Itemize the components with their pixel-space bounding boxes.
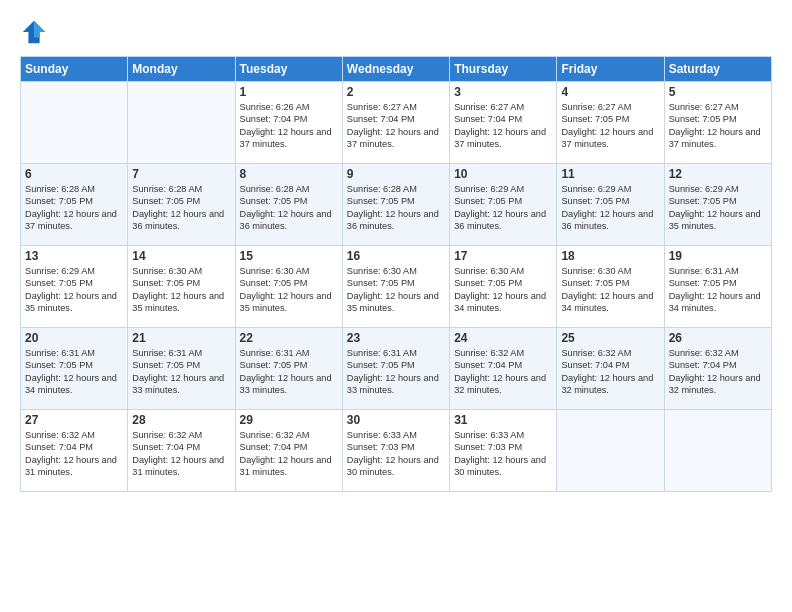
cell-content: Sunrise: 6:31 AM Sunset: 7:05 PM Dayligh…: [132, 347, 230, 397]
logo: [20, 18, 52, 46]
day-number: 19: [669, 249, 767, 263]
calendar-cell: 29Sunrise: 6:32 AM Sunset: 7:04 PM Dayli…: [235, 410, 342, 492]
calendar-cell: 26Sunrise: 6:32 AM Sunset: 7:04 PM Dayli…: [664, 328, 771, 410]
cell-content: Sunrise: 6:30 AM Sunset: 7:05 PM Dayligh…: [561, 265, 659, 315]
cell-content: Sunrise: 6:32 AM Sunset: 7:04 PM Dayligh…: [132, 429, 230, 479]
calendar-cell: 20Sunrise: 6:31 AM Sunset: 7:05 PM Dayli…: [21, 328, 128, 410]
calendar-cell: 16Sunrise: 6:30 AM Sunset: 7:05 PM Dayli…: [342, 246, 449, 328]
logo-icon: [20, 18, 48, 46]
calendar-cell: 19Sunrise: 6:31 AM Sunset: 7:05 PM Dayli…: [664, 246, 771, 328]
calendar-week-row: 13Sunrise: 6:29 AM Sunset: 7:05 PM Dayli…: [21, 246, 772, 328]
calendar-header-row: SundayMondayTuesdayWednesdayThursdayFrid…: [21, 57, 772, 82]
calendar-cell: 6Sunrise: 6:28 AM Sunset: 7:05 PM Daylig…: [21, 164, 128, 246]
day-number: 21: [132, 331, 230, 345]
calendar-cell: 17Sunrise: 6:30 AM Sunset: 7:05 PM Dayli…: [450, 246, 557, 328]
calendar-day-header: Friday: [557, 57, 664, 82]
calendar-cell: 15Sunrise: 6:30 AM Sunset: 7:05 PM Dayli…: [235, 246, 342, 328]
calendar-cell: 31Sunrise: 6:33 AM Sunset: 7:03 PM Dayli…: [450, 410, 557, 492]
cell-content: Sunrise: 6:32 AM Sunset: 7:04 PM Dayligh…: [669, 347, 767, 397]
calendar-day-header: Sunday: [21, 57, 128, 82]
calendar-day-header: Wednesday: [342, 57, 449, 82]
day-number: 25: [561, 331, 659, 345]
day-number: 16: [347, 249, 445, 263]
calendar-cell: 21Sunrise: 6:31 AM Sunset: 7:05 PM Dayli…: [128, 328, 235, 410]
calendar-cell: [21, 82, 128, 164]
cell-content: Sunrise: 6:29 AM Sunset: 7:05 PM Dayligh…: [454, 183, 552, 233]
calendar-cell: 14Sunrise: 6:30 AM Sunset: 7:05 PM Dayli…: [128, 246, 235, 328]
calendar-cell: [128, 82, 235, 164]
calendar-cell: 4Sunrise: 6:27 AM Sunset: 7:05 PM Daylig…: [557, 82, 664, 164]
day-number: 18: [561, 249, 659, 263]
day-number: 17: [454, 249, 552, 263]
calendar-cell: [664, 410, 771, 492]
calendar-cell: 23Sunrise: 6:31 AM Sunset: 7:05 PM Dayli…: [342, 328, 449, 410]
cell-content: Sunrise: 6:32 AM Sunset: 7:04 PM Dayligh…: [25, 429, 123, 479]
cell-content: Sunrise: 6:27 AM Sunset: 7:04 PM Dayligh…: [347, 101, 445, 151]
calendar-cell: [557, 410, 664, 492]
cell-content: Sunrise: 6:28 AM Sunset: 7:05 PM Dayligh…: [25, 183, 123, 233]
day-number: 31: [454, 413, 552, 427]
calendar-week-row: 6Sunrise: 6:28 AM Sunset: 7:05 PM Daylig…: [21, 164, 772, 246]
calendar-cell: 22Sunrise: 6:31 AM Sunset: 7:05 PM Dayli…: [235, 328, 342, 410]
day-number: 2: [347, 85, 445, 99]
calendar-day-header: Monday: [128, 57, 235, 82]
day-number: 10: [454, 167, 552, 181]
cell-content: Sunrise: 6:28 AM Sunset: 7:05 PM Dayligh…: [240, 183, 338, 233]
cell-content: Sunrise: 6:31 AM Sunset: 7:05 PM Dayligh…: [25, 347, 123, 397]
day-number: 8: [240, 167, 338, 181]
cell-content: Sunrise: 6:31 AM Sunset: 7:05 PM Dayligh…: [669, 265, 767, 315]
day-number: 20: [25, 331, 123, 345]
calendar-cell: 28Sunrise: 6:32 AM Sunset: 7:04 PM Dayli…: [128, 410, 235, 492]
day-number: 13: [25, 249, 123, 263]
calendar-cell: 25Sunrise: 6:32 AM Sunset: 7:04 PM Dayli…: [557, 328, 664, 410]
calendar-cell: 10Sunrise: 6:29 AM Sunset: 7:05 PM Dayli…: [450, 164, 557, 246]
calendar-day-header: Saturday: [664, 57, 771, 82]
day-number: 4: [561, 85, 659, 99]
cell-content: Sunrise: 6:30 AM Sunset: 7:05 PM Dayligh…: [347, 265, 445, 315]
cell-content: Sunrise: 6:33 AM Sunset: 7:03 PM Dayligh…: [454, 429, 552, 479]
calendar-cell: 2Sunrise: 6:27 AM Sunset: 7:04 PM Daylig…: [342, 82, 449, 164]
day-number: 12: [669, 167, 767, 181]
cell-content: Sunrise: 6:28 AM Sunset: 7:05 PM Dayligh…: [132, 183, 230, 233]
cell-content: Sunrise: 6:27 AM Sunset: 7:05 PM Dayligh…: [669, 101, 767, 151]
cell-content: Sunrise: 6:29 AM Sunset: 7:05 PM Dayligh…: [25, 265, 123, 315]
cell-content: Sunrise: 6:29 AM Sunset: 7:05 PM Dayligh…: [561, 183, 659, 233]
calendar-cell: 8Sunrise: 6:28 AM Sunset: 7:05 PM Daylig…: [235, 164, 342, 246]
day-number: 9: [347, 167, 445, 181]
day-number: 22: [240, 331, 338, 345]
calendar-cell: 12Sunrise: 6:29 AM Sunset: 7:05 PM Dayli…: [664, 164, 771, 246]
day-number: 11: [561, 167, 659, 181]
day-number: 23: [347, 331, 445, 345]
day-number: 14: [132, 249, 230, 263]
cell-content: Sunrise: 6:29 AM Sunset: 7:05 PM Dayligh…: [669, 183, 767, 233]
cell-content: Sunrise: 6:32 AM Sunset: 7:04 PM Dayligh…: [240, 429, 338, 479]
cell-content: Sunrise: 6:32 AM Sunset: 7:04 PM Dayligh…: [454, 347, 552, 397]
cell-content: Sunrise: 6:31 AM Sunset: 7:05 PM Dayligh…: [347, 347, 445, 397]
day-number: 5: [669, 85, 767, 99]
cell-content: Sunrise: 6:30 AM Sunset: 7:05 PM Dayligh…: [132, 265, 230, 315]
cell-content: Sunrise: 6:27 AM Sunset: 7:05 PM Dayligh…: [561, 101, 659, 151]
day-number: 26: [669, 331, 767, 345]
day-number: 1: [240, 85, 338, 99]
cell-content: Sunrise: 6:26 AM Sunset: 7:04 PM Dayligh…: [240, 101, 338, 151]
day-number: 7: [132, 167, 230, 181]
day-number: 15: [240, 249, 338, 263]
page: SundayMondayTuesdayWednesdayThursdayFrid…: [0, 0, 792, 612]
calendar-week-row: 20Sunrise: 6:31 AM Sunset: 7:05 PM Dayli…: [21, 328, 772, 410]
day-number: 27: [25, 413, 123, 427]
calendar-day-header: Tuesday: [235, 57, 342, 82]
calendar-cell: 24Sunrise: 6:32 AM Sunset: 7:04 PM Dayli…: [450, 328, 557, 410]
day-number: 28: [132, 413, 230, 427]
cell-content: Sunrise: 6:33 AM Sunset: 7:03 PM Dayligh…: [347, 429, 445, 479]
calendar-cell: 30Sunrise: 6:33 AM Sunset: 7:03 PM Dayli…: [342, 410, 449, 492]
day-number: 30: [347, 413, 445, 427]
cell-content: Sunrise: 6:31 AM Sunset: 7:05 PM Dayligh…: [240, 347, 338, 397]
calendar-day-header: Thursday: [450, 57, 557, 82]
day-number: 24: [454, 331, 552, 345]
calendar-table: SundayMondayTuesdayWednesdayThursdayFrid…: [20, 56, 772, 492]
header: [20, 18, 772, 46]
calendar-cell: 13Sunrise: 6:29 AM Sunset: 7:05 PM Dayli…: [21, 246, 128, 328]
calendar-cell: 7Sunrise: 6:28 AM Sunset: 7:05 PM Daylig…: [128, 164, 235, 246]
day-number: 3: [454, 85, 552, 99]
calendar-cell: 3Sunrise: 6:27 AM Sunset: 7:04 PM Daylig…: [450, 82, 557, 164]
